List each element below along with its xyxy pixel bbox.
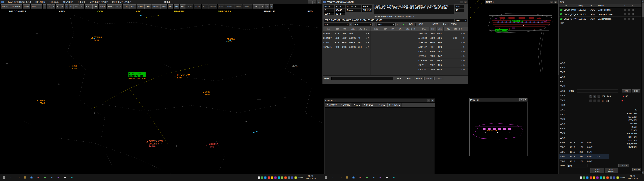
tray-icon-6[interactable] <box>596 176 598 179</box>
heart-icon[interactable]: ♥ <box>622 100 623 102</box>
phone-icon[interactable]: ☎ <box>559 18 564 20</box>
traffic-row[interactable]: AAH4386LROPENBR⌖⚑ <box>418 31 468 36</box>
airport-row-edcy[interactable]: EDCY <box>559 136 609 140</box>
airport-row-edcl[interactable]: EDCL <box>559 79 609 84</box>
traffic-row[interactable]: SXD4TEDDFHEGNANEK9L40⌖⚑ <box>323 40 370 45</box>
radar-target-klm49m[interactable]: KLM49M CTRF350 <box>177 74 190 79</box>
flag-icon[interactable]: ⚑ <box>463 64 465 66</box>
maximize-icon[interactable]: □ <box>312 0 316 4</box>
flag-icon[interactable]: ⚑ <box>368 42 370 44</box>
tray-icon-8[interactable] <box>603 176 605 179</box>
radar-target-2000[interactable]: 2000F069 <box>205 91 210 96</box>
tray-icon-2[interactable] <box>583 176 585 179</box>
inset2-map[interactable]: EWG82W CTR <box>470 102 528 156</box>
status-a-icon[interactable] <box>632 13 634 15</box>
tray-icon-1[interactable] <box>258 176 260 179</box>
controll-none-button[interactable]: CONTROLLNONE <box>590 168 604 173</box>
browser-icon[interactable]: ◉ <box>29 175 34 180</box>
browser-icon[interactable]: ◉ <box>351 175 356 180</box>
flag-icon[interactable]: ⚑ <box>463 46 465 48</box>
taskbar-clock[interactable]: 08:5428.08.2019 <box>626 175 639 180</box>
file-explorer-icon[interactable]: ▤ <box>344 175 350 180</box>
flag-icon[interactable]: ⚑ <box>368 46 370 48</box>
taskbar-clock[interactable]: 08:5428.08.2019 <box>304 175 317 180</box>
tray-icon-11[interactable] <box>613 176 615 179</box>
flag-icon[interactable]: ⚑ <box>463 50 465 53</box>
app-icon-4[interactable]: ■ <box>56 175 61 180</box>
wp-select[interactable]: WP ▼ <box>324 22 349 26</box>
toolbar-button-freq[interactable]: FREQ <box>208 4 217 9</box>
toolbar-button-fix[interactable]: FIX <box>202 4 208 9</box>
magnifier-icon[interactable]: ⌖ <box>366 32 368 35</box>
flag-icon[interactable]: ⚑ <box>463 42 465 44</box>
notification-area[interactable] <box>318 175 321 180</box>
spd-select[interactable]: SPD ▼ <box>377 22 395 26</box>
tray-icon-4[interactable] <box>590 176 592 179</box>
toolbar-button-hs[interactable]: HS <box>253 4 259 9</box>
dep-filter-button[interactable]: DEP <box>395 77 404 80</box>
com-tab-brdcst[interactable]: ⚑BRDCST <box>362 103 376 107</box>
flag-icon[interactable]: ⚑ <box>463 32 465 35</box>
airport-row-edco[interactable]: EDCO <box>559 88 609 93</box>
sqk-button[interactable]: SQK <box>416 22 425 26</box>
radar-target-klm1797[interactable]: KLM1797F081 <box>209 143 218 148</box>
traffic-row[interactable]: DLH48BYEDDFEDDPSULU9S40⌖⚑ <box>323 36 370 40</box>
pilot-name-field[interactable] <box>346 8 361 12</box>
cleared-alt-field[interactable] <box>455 8 464 12</box>
gates-button[interactable]: GATES <box>618 164 630 167</box>
ground-datablock-dlh4682[interactable]: DLH4682 CTR <box>510 20 524 22</box>
del-button[interactable]: DEL <box>407 22 416 26</box>
heart-icon[interactable]: ♥ <box>623 95 624 98</box>
obs-filter-button[interactable]: OBS <box>632 89 640 93</box>
file-explorer-icon[interactable]: ▤ <box>22 175 28 180</box>
toolbar-button-nav[interactable]: NAV <box>31 4 38 9</box>
tool-icon[interactable]: T <box>597 156 598 158</box>
tray-icon-2[interactable] <box>261 176 263 179</box>
tray-icon-7[interactable] <box>278 176 280 179</box>
toolbar-button-r[interactable]: R+ <box>74 4 79 9</box>
minimize-icon[interactable]: ─ <box>427 99 430 102</box>
toolbar-button-rwy[interactable]: RWY <box>98 4 106 9</box>
status-a-icon[interactable] <box>632 9 634 11</box>
toolbar-button-traffic[interactable]: TRAFFIC <box>10 4 22 9</box>
traffic-row[interactable]: CLX7606ELLXSBKP⌖⚑ <box>418 58 468 63</box>
app-icon-4[interactable]: ■ <box>378 175 383 180</box>
ground-datablock-ewg82w[interactable]: EWG82W CTR <box>486 130 497 132</box>
tray-icon-5[interactable] <box>271 176 273 179</box>
flag-icon[interactable]: ⚑ <box>368 32 370 35</box>
toolbar-button-ap[interactable]: AP <box>92 4 98 9</box>
scissors-icon[interactable]: ✂ <box>599 156 600 158</box>
departure-field[interactable] <box>324 5 334 8</box>
toolbar-button-stp[interactable]: STP <box>137 4 144 9</box>
close-icon[interactable]: ✕ <box>431 99 434 102</box>
menu-atc[interactable]: ATC <box>136 10 141 13</box>
com-tab-atc[interactable]: ⚑ATC <box>352 103 362 107</box>
tray-icon-12[interactable] <box>294 176 297 179</box>
close-icon[interactable]: ✕ <box>464 1 468 4</box>
notification-area[interactable] <box>640 175 643 180</box>
toolbar-button-7[interactable]: 7 <box>64 4 68 9</box>
magnifier-icon[interactable]: ⌖ <box>461 50 463 53</box>
toolbar-button-inset[interactable]: INSET <box>1 4 10 9</box>
ground-datablock-dlh48by[interactable]: DLH48BY CTR <box>496 29 508 32</box>
traffic-row[interactable]: DLH4682EDDFCYVROBOKL⌖⚑ <box>323 31 370 36</box>
airport-row-edcj[interactable]: EDCJ <box>559 74 609 79</box>
status-c-icon[interactable] <box>624 9 626 11</box>
com-tab-private[interactable]: ⚑PRIVATE <box>388 103 402 107</box>
toolbar-button-3[interactable]: 3 <box>47 4 51 9</box>
radar-target-7000[interactable]: 7000F146 <box>40 100 45 104</box>
menu-traffic[interactable]: TRAFFIC <box>174 10 185 13</box>
squawk-field[interactable] <box>324 12 334 16</box>
app-icon-2[interactable]: ■ <box>364 175 370 180</box>
minimize-icon[interactable]: ─ <box>308 0 312 4</box>
unco-button[interactable]: UNCO <box>632 168 642 171</box>
scroll-thumb[interactable] <box>642 3 644 17</box>
tray-icon-5[interactable] <box>593 176 595 179</box>
flag-icon[interactable]: ⚑ <box>463 60 465 62</box>
traffic-row[interactable]: AIRF102EHAMLFMN⌖⚑ <box>418 40 468 45</box>
toolbar-button-bld[interactable]: BLD <box>160 4 167 9</box>
keyboard-language[interactable]: DEU <box>620 176 626 179</box>
tray-icon-11[interactable] <box>291 176 293 179</box>
magnifier-icon[interactable]: ⌖ <box>461 37 463 39</box>
toolbar-button-8[interactable]: 8 <box>69 4 73 9</box>
